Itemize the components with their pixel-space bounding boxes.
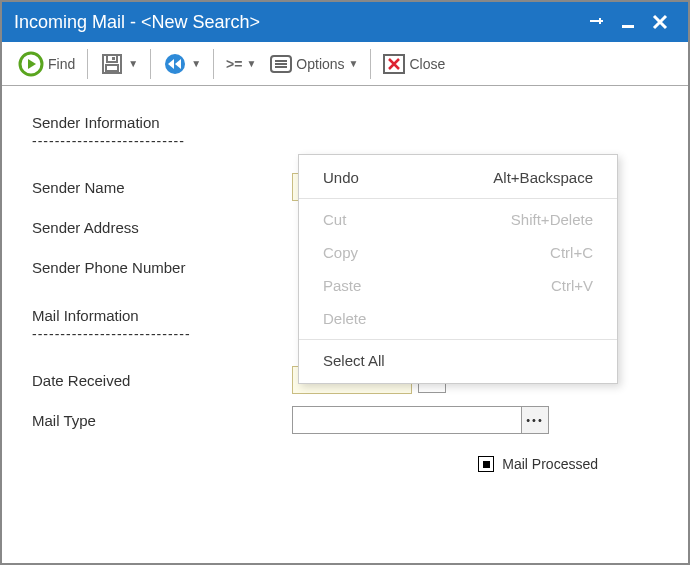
- section-header-sender: Sender Information: [32, 114, 658, 131]
- context-select-all[interactable]: Select All: [299, 344, 617, 377]
- toolbar-separator: [87, 49, 88, 79]
- window-title: Incoming Mail - <New Search>: [14, 12, 580, 33]
- mail-type-picker-button[interactable]: •••: [521, 406, 549, 434]
- play-icon: [18, 51, 44, 77]
- mail-processed-checkbox[interactable]: [478, 456, 494, 472]
- toolbar-separator: [370, 49, 371, 79]
- svg-rect-0: [622, 25, 634, 28]
- svg-marker-2: [28, 59, 36, 69]
- context-undo[interactable]: Undo Alt+Backspace: [299, 161, 617, 194]
- save-split-button[interactable]: ▼: [96, 50, 142, 78]
- label-sender-name: Sender Name: [32, 179, 292, 196]
- chevron-down-icon: ▼: [349, 58, 359, 69]
- options-label: Options: [296, 56, 344, 72]
- checkbox-mark-icon: [483, 461, 490, 468]
- form-content: Sender Information ---------------------…: [2, 86, 688, 490]
- rewind-icon: [163, 52, 187, 76]
- titlebar: Incoming Mail - <New Search>: [2, 2, 688, 42]
- toolbar-separator: [150, 49, 151, 79]
- chevron-down-icon: ▼: [128, 58, 138, 69]
- label-date-received: Date Received: [32, 372, 292, 389]
- list-icon: [270, 55, 292, 73]
- close-label: Close: [409, 56, 445, 72]
- find-label: Find: [48, 56, 75, 72]
- ellipsis-icon: •••: [526, 414, 544, 426]
- context-cut[interactable]: Cut Shift+Delete: [299, 203, 617, 236]
- toolbar-separator: [213, 49, 214, 79]
- svg-rect-6: [106, 65, 118, 71]
- context-separator: [299, 339, 617, 340]
- context-separator: [299, 198, 617, 199]
- save-icon: [100, 52, 124, 76]
- row-mail-type: Mail Type •••: [32, 400, 658, 440]
- filter-op-label: >=: [226, 56, 242, 72]
- chevron-down-icon: ▼: [191, 58, 201, 69]
- find-button[interactable]: Find: [14, 49, 79, 79]
- mail-type-input[interactable]: [292, 406, 522, 434]
- label-sender-address: Sender Address: [32, 219, 292, 236]
- section-divider: ---------------------------: [32, 133, 658, 149]
- row-mail-processed: Mail Processed: [32, 456, 658, 472]
- options-button[interactable]: Options ▼: [266, 53, 362, 75]
- context-paste[interactable]: Paste Ctrl+V: [299, 269, 617, 302]
- context-copy[interactable]: Copy Ctrl+C: [299, 236, 617, 269]
- svg-rect-5: [112, 57, 115, 60]
- pin-button[interactable]: [580, 6, 612, 38]
- chevron-down-icon: ▼: [246, 58, 256, 69]
- close-button[interactable]: Close: [379, 52, 449, 76]
- minimize-button[interactable]: [612, 6, 644, 38]
- context-menu: Undo Alt+Backspace Cut Shift+Delete Copy…: [298, 154, 618, 384]
- toolbar: Find ▼ ▼ >= ▼ Options ▼ Close: [2, 42, 688, 86]
- close-icon: [383, 54, 405, 74]
- context-delete[interactable]: Delete: [299, 302, 617, 335]
- history-split-button[interactable]: ▼: [159, 50, 205, 78]
- label-mail-processed: Mail Processed: [502, 456, 598, 472]
- label-mail-type: Mail Type: [32, 412, 292, 429]
- label-sender-phone: Sender Phone Number: [32, 259, 292, 276]
- filter-op-button[interactable]: >= ▼: [222, 54, 260, 74]
- close-window-button[interactable]: [644, 6, 676, 38]
